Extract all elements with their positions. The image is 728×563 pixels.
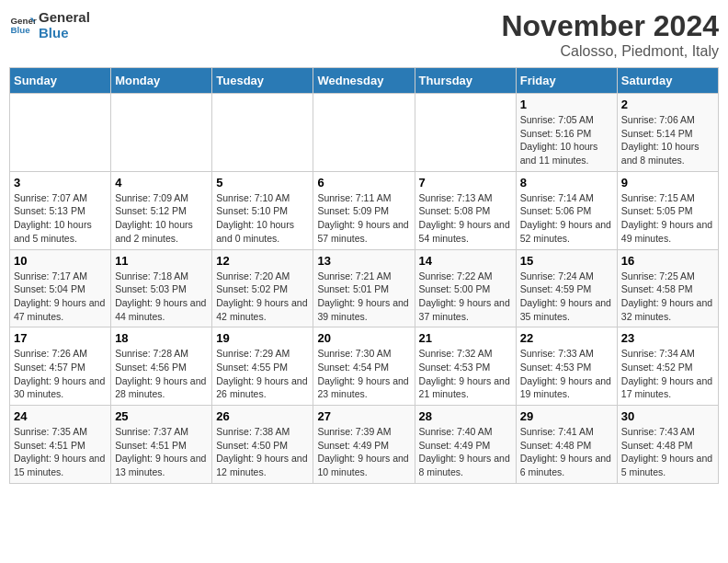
calendar-cell: 22Sunrise: 7:33 AM Sunset: 4:53 PM Dayli… (516, 327, 617, 406)
day-number: 3 (14, 176, 107, 190)
calendar-table: SundayMondayTuesdayWednesdayThursdayFrid… (9, 67, 719, 484)
day-info: Sunrise: 7:35 AM Sunset: 4:51 PM Dayligh… (14, 425, 107, 479)
calendar-cell: 21Sunrise: 7:32 AM Sunset: 4:53 PM Dayli… (415, 327, 516, 406)
day-number: 11 (115, 254, 208, 268)
calendar-cell: 7Sunrise: 7:13 AM Sunset: 5:08 PM Daylig… (415, 171, 516, 249)
day-info: Sunrise: 7:21 AM Sunset: 5:01 PM Dayligh… (317, 270, 410, 324)
calendar-cell: 11Sunrise: 7:18 AM Sunset: 5:03 PM Dayli… (111, 249, 212, 327)
day-number: 21 (419, 331, 512, 345)
location-subtitle: Calosso, Piedmont, Italy (501, 43, 719, 60)
calendar-cell: 8Sunrise: 7:14 AM Sunset: 5:06 PM Daylig… (516, 171, 617, 249)
day-number: 29 (520, 409, 613, 423)
day-info: Sunrise: 7:25 AM Sunset: 4:58 PM Dayligh… (621, 270, 714, 324)
day-number: 22 (520, 331, 613, 345)
page-header: General Blue General Blue November 2024 … (9, 9, 719, 60)
calendar-cell: 6Sunrise: 7:11 AM Sunset: 5:09 PM Daylig… (313, 171, 415, 249)
week-row-5: 24Sunrise: 7:35 AM Sunset: 4:51 PM Dayli… (10, 406, 719, 484)
calendar-cell: 13Sunrise: 7:21 AM Sunset: 5:01 PM Dayli… (313, 249, 415, 327)
calendar-cell: 14Sunrise: 7:22 AM Sunset: 5:00 PM Dayli… (415, 249, 516, 327)
day-info: Sunrise: 7:28 AM Sunset: 4:56 PM Dayligh… (115, 347, 208, 401)
calendar-cell: 2Sunrise: 7:06 AM Sunset: 5:14 PM Daylig… (617, 94, 718, 172)
week-row-4: 17Sunrise: 7:26 AM Sunset: 4:57 PM Dayli… (10, 327, 719, 406)
week-row-3: 10Sunrise: 7:17 AM Sunset: 5:04 PM Dayli… (10, 249, 719, 327)
calendar-cell: 24Sunrise: 7:35 AM Sunset: 4:51 PM Dayli… (10, 406, 111, 484)
calendar-cell: 30Sunrise: 7:43 AM Sunset: 4:48 PM Dayli… (617, 406, 718, 484)
logo-icon: General Blue (9, 11, 37, 39)
day-info: Sunrise: 7:33 AM Sunset: 4:53 PM Dayligh… (520, 347, 613, 401)
day-info: Sunrise: 7:07 AM Sunset: 5:13 PM Dayligh… (14, 191, 107, 246)
day-number: 17 (14, 331, 107, 345)
calendar-cell: 12Sunrise: 7:20 AM Sunset: 5:02 PM Dayli… (212, 249, 313, 327)
week-row-2: 3Sunrise: 7:07 AM Sunset: 5:13 PM Daylig… (10, 171, 719, 249)
calendar-cell (313, 94, 415, 172)
day-info: Sunrise: 7:32 AM Sunset: 4:53 PM Dayligh… (419, 347, 512, 401)
day-number: 12 (216, 254, 309, 268)
calendar-cell: 10Sunrise: 7:17 AM Sunset: 5:04 PM Dayli… (10, 249, 111, 327)
calendar-cell: 18Sunrise: 7:28 AM Sunset: 4:56 PM Dayli… (111, 327, 212, 406)
day-header-monday: Monday (111, 68, 212, 94)
day-info: Sunrise: 7:24 AM Sunset: 4:59 PM Dayligh… (520, 270, 613, 324)
days-header-row: SundayMondayTuesdayWednesdayThursdayFrid… (10, 68, 719, 94)
logo-blue: Blue (39, 25, 90, 40)
day-info: Sunrise: 7:30 AM Sunset: 4:54 PM Dayligh… (317, 347, 410, 401)
day-number: 1 (520, 98, 613, 111)
day-info: Sunrise: 7:37 AM Sunset: 4:51 PM Dayligh… (115, 425, 208, 479)
day-info: Sunrise: 7:26 AM Sunset: 4:57 PM Dayligh… (14, 347, 107, 401)
day-number: 7 (419, 176, 512, 190)
day-number: 15 (520, 254, 613, 268)
day-info: Sunrise: 7:05 AM Sunset: 5:16 PM Dayligh… (520, 113, 613, 167)
day-number: 26 (216, 409, 309, 423)
calendar-cell: 3Sunrise: 7:07 AM Sunset: 5:13 PM Daylig… (10, 171, 111, 249)
day-number: 4 (115, 176, 208, 190)
day-info: Sunrise: 7:41 AM Sunset: 4:48 PM Dayligh… (520, 425, 613, 479)
calendar-cell: 27Sunrise: 7:39 AM Sunset: 4:49 PM Dayli… (313, 406, 415, 484)
calendar-cell: 23Sunrise: 7:34 AM Sunset: 4:52 PM Dayli… (617, 327, 718, 406)
day-header-friday: Friday (516, 68, 617, 94)
calendar-cell (415, 94, 516, 172)
calendar-cell: 26Sunrise: 7:38 AM Sunset: 4:50 PM Dayli… (212, 406, 313, 484)
day-number: 25 (115, 409, 208, 423)
day-info: Sunrise: 7:38 AM Sunset: 4:50 PM Dayligh… (216, 425, 309, 479)
day-number: 28 (419, 409, 512, 423)
day-number: 6 (317, 176, 410, 190)
day-number: 27 (317, 409, 410, 423)
calendar-cell: 15Sunrise: 7:24 AM Sunset: 4:59 PM Dayli… (516, 249, 617, 327)
calendar-cell (212, 94, 313, 172)
calendar-cell: 28Sunrise: 7:40 AM Sunset: 4:49 PM Dayli… (415, 406, 516, 484)
week-row-1: 1Sunrise: 7:05 AM Sunset: 5:16 PM Daylig… (10, 94, 719, 172)
calendar-cell: 17Sunrise: 7:26 AM Sunset: 4:57 PM Dayli… (10, 327, 111, 406)
day-number: 16 (621, 254, 714, 268)
calendar-cell: 1Sunrise: 7:05 AM Sunset: 5:16 PM Daylig… (516, 94, 617, 172)
day-info: Sunrise: 7:22 AM Sunset: 5:00 PM Dayligh… (419, 270, 512, 324)
day-info: Sunrise: 7:18 AM Sunset: 5:03 PM Dayligh… (115, 270, 208, 324)
day-info: Sunrise: 7:40 AM Sunset: 4:49 PM Dayligh… (419, 425, 512, 479)
title-block: November 2024 Calosso, Piedmont, Italy (501, 9, 719, 60)
day-info: Sunrise: 7:20 AM Sunset: 5:02 PM Dayligh… (216, 270, 309, 324)
calendar-cell: 5Sunrise: 7:10 AM Sunset: 5:10 PM Daylig… (212, 171, 313, 249)
day-info: Sunrise: 7:13 AM Sunset: 5:08 PM Dayligh… (419, 191, 512, 246)
day-number: 24 (14, 409, 107, 423)
day-info: Sunrise: 7:10 AM Sunset: 5:10 PM Dayligh… (216, 191, 309, 246)
day-header-thursday: Thursday (415, 68, 516, 94)
day-number: 30 (621, 409, 714, 423)
calendar-cell: 16Sunrise: 7:25 AM Sunset: 4:58 PM Dayli… (617, 249, 718, 327)
day-number: 19 (216, 331, 309, 345)
calendar-cell: 29Sunrise: 7:41 AM Sunset: 4:48 PM Dayli… (516, 406, 617, 484)
logo: General Blue General Blue (9, 9, 90, 40)
day-info: Sunrise: 7:06 AM Sunset: 5:14 PM Dayligh… (621, 113, 714, 167)
month-year-title: November 2024 (501, 9, 719, 43)
day-number: 8 (520, 176, 613, 190)
calendar-cell: 20Sunrise: 7:30 AM Sunset: 4:54 PM Dayli… (313, 327, 415, 406)
calendar-cell (10, 94, 111, 172)
day-header-saturday: Saturday (617, 68, 718, 94)
calendar-cell: 9Sunrise: 7:15 AM Sunset: 5:05 PM Daylig… (617, 171, 718, 249)
day-number: 13 (317, 254, 410, 268)
calendar-cell: 19Sunrise: 7:29 AM Sunset: 4:55 PM Dayli… (212, 327, 313, 406)
day-number: 5 (216, 176, 309, 190)
logo-general: General (39, 9, 90, 25)
svg-text:Blue: Blue (11, 25, 31, 35)
day-info: Sunrise: 7:43 AM Sunset: 4:48 PM Dayligh… (621, 425, 714, 479)
day-info: Sunrise: 7:09 AM Sunset: 5:12 PM Dayligh… (115, 191, 208, 246)
day-number: 23 (621, 331, 714, 345)
day-info: Sunrise: 7:11 AM Sunset: 5:09 PM Dayligh… (317, 191, 410, 246)
